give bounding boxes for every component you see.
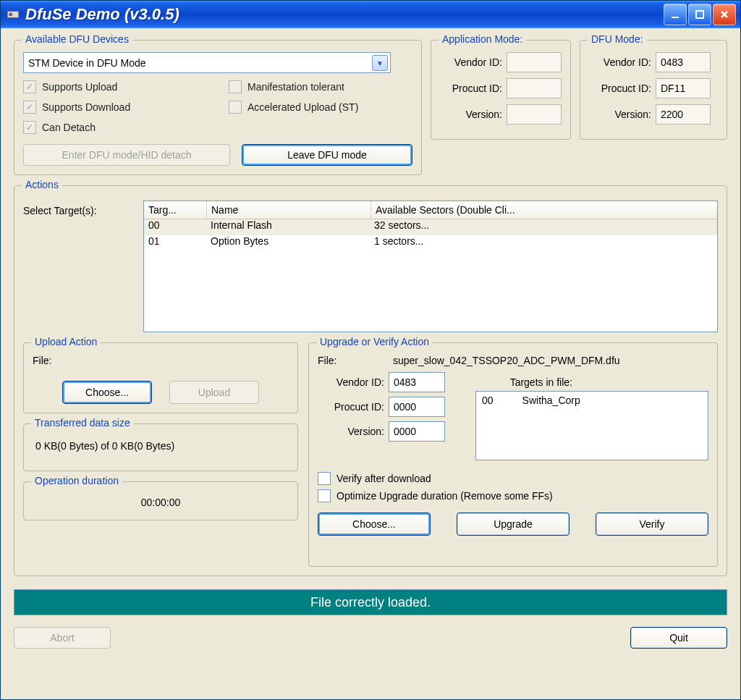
group-actions: Actions Select Target(s): Targ... Name A… — [14, 185, 727, 576]
status-bar: File correctly loaded. — [14, 589, 727, 615]
value-app-version — [507, 104, 562, 125]
group-dfu-mode: DFU Mode: Vendor ID:0483 Procuct ID:DF11… — [580, 40, 727, 140]
col-target-id[interactable]: Targ... — [144, 201, 207, 219]
group-upgrade-action: Upgrade or Verify Action File: super_slo… — [308, 342, 718, 567]
verify-button[interactable]: Verify — [596, 513, 708, 536]
label-verify-after: Verify after download — [336, 473, 431, 484]
legend-actions: Actions — [22, 179, 62, 190]
transferred-text: 0 KB(0 Bytes) of 0 KB(0 Bytes) — [33, 436, 289, 462]
minimize-button[interactable] — [664, 4, 687, 25]
enter-dfu-button: Enter DFU mode/HID detach — [23, 144, 230, 166]
col-target-name[interactable]: Name — [207, 201, 371, 219]
value-dfu-version: 2200 — [656, 104, 711, 125]
checkbox-supports-download: ✓ — [23, 101, 36, 114]
label-can-detach: Can Detach — [42, 122, 96, 133]
svg-rect-2 — [672, 17, 679, 18]
window-title: DfuSe Demo (v3.0.5) — [25, 5, 664, 24]
label-upgrade-version: Version: — [318, 426, 384, 437]
label-manifest-tolerant: Manifestation tolerant — [247, 81, 344, 93]
legend-app-mode: Application Mode: — [439, 33, 526, 45]
target-list-row[interactable]: 01 Option Bytes 1 sectors... — [144, 235, 717, 251]
checkbox-supports-upload: ✓ — [23, 80, 36, 93]
group-upload-action: Upload Action File: Choose... Upload — [23, 342, 298, 413]
label-accel-upload: Accelerated Upload (ST) — [247, 101, 358, 113]
value-upgrade-version: 0000 — [389, 421, 445, 442]
upgrade-button[interactable]: Upgrade — [457, 513, 569, 536]
checkbox-accel-upload — [229, 101, 242, 114]
group-transferred: Transferred data size 0 KB(0 Bytes) of 0… — [23, 423, 298, 471]
titlebar: DfuSe Demo (v3.0.5) — [1, 1, 740, 28]
label-dfu-vendor: Vendor ID: — [589, 56, 651, 68]
label-upgrade-file: File: — [318, 355, 384, 366]
label-targets-in-file: Targets in file: — [510, 376, 572, 388]
status-text: File correctly loaded. — [310, 595, 431, 610]
label-upgrade-product: Procuct ID: — [318, 401, 384, 413]
upload-button: Upload — [169, 381, 259, 404]
label-app-product: Procuct ID: — [440, 83, 502, 94]
label-upload-file: File: — [33, 355, 289, 366]
target-list[interactable]: Targ... Name Available Sectors (Double C… — [143, 201, 718, 332]
legend-dfu-mode: DFU Mode: — [588, 33, 647, 45]
device-select[interactable]: STM Device in DFU Mode ▼ — [23, 52, 391, 73]
app-icon — [7, 8, 20, 21]
label-upgrade-vendor: Vendor ID: — [318, 376, 384, 388]
svg-rect-3 — [696, 11, 703, 18]
device-select-value: STM Device in DFU Mode — [28, 57, 146, 69]
legend-dfu-devices: Available DFU Devices — [22, 33, 132, 45]
checkbox-manifest-tolerant — [229, 80, 242, 93]
label-app-vendor: Vendor ID: — [440, 56, 502, 68]
value-app-vendor — [507, 52, 562, 72]
value-app-product — [507, 78, 562, 98]
legend-duration: Operation duration — [31, 475, 122, 486]
duration-text: 00:00:00 — [33, 494, 289, 511]
close-button[interactable] — [713, 4, 736, 25]
window-controls — [664, 4, 736, 25]
maximize-button[interactable] — [688, 4, 711, 25]
value-dfu-vendor: 0483 — [656, 52, 711, 72]
group-duration: Operation duration 00:00:00 — [23, 481, 298, 520]
value-upgrade-file: super_slow_042_TSSOP20_ADC_PWM_DFM.dfu — [393, 355, 620, 366]
legend-transferred: Transferred data size — [31, 417, 134, 429]
value-upgrade-product: 0000 — [389, 397, 445, 417]
group-app-mode: Application Mode: Vendor ID: Procuct ID:… — [431, 40, 571, 140]
label-select-targets: Select Target(s): — [23, 201, 132, 332]
label-app-version: Version: — [440, 109, 502, 120]
client-area: Available DFU Devices STM Device in DFU … — [1, 28, 740, 659]
checkbox-can-detach: ✓ — [23, 121, 36, 134]
value-dfu-product: DF11 — [656, 78, 711, 98]
app-window: DfuSe Demo (v3.0.5) Available DFU Device… — [0, 0, 741, 700]
label-dfu-version: Version: — [589, 109, 651, 120]
label-supports-upload: Supports Upload — [42, 81, 117, 93]
upgrade-choose-button[interactable]: Choose... — [318, 513, 431, 536]
legend-upgrade-action: Upgrade or Verify Action — [316, 336, 433, 347]
target-list-row[interactable]: 00 Internal Flash 32 sectors... — [144, 219, 717, 235]
targets-in-file-list[interactable]: 00 Switha_Corp — [475, 391, 708, 460]
quit-button[interactable]: Quit — [630, 627, 727, 649]
label-supports-download: Supports Download — [42, 101, 130, 113]
leave-dfu-button[interactable]: Leave DFU mode — [242, 144, 412, 166]
abort-button: Abort — [14, 627, 111, 649]
value-upgrade-vendor: 0483 — [389, 372, 445, 392]
checkbox-verify-after[interactable] — [318, 472, 331, 485]
group-dfu-devices: Available DFU Devices STM Device in DFU … — [14, 40, 422, 175]
legend-upload-action: Upload Action — [31, 336, 101, 347]
label-optimize: Optimize Upgrade duration (Remove some F… — [336, 490, 553, 502]
label-dfu-product: Procuct ID: — [589, 83, 651, 94]
target-list-header: Targ... Name Available Sectors (Double C… — [144, 201, 717, 219]
svg-rect-1 — [9, 13, 12, 17]
upload-choose-button[interactable]: Choose... — [62, 381, 152, 404]
col-target-sectors[interactable]: Available Sectors (Double Cli... — [371, 201, 717, 219]
checkbox-optimize[interactable] — [318, 489, 331, 502]
chevron-down-icon: ▼ — [372, 55, 388, 71]
